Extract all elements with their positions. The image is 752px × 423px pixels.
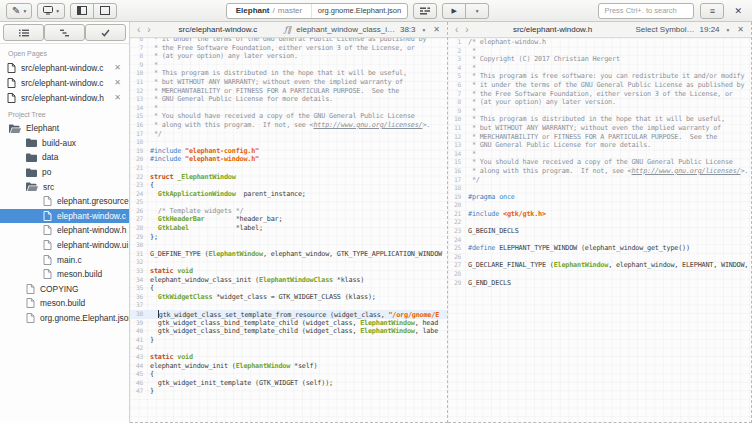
todo-check-icon — [101, 29, 110, 37]
code-line: 30 — [130, 241, 447, 250]
code-line: 6 * it under the terms of the GNU Genera… — [448, 81, 751, 90]
code-text: * along with this program. If not, see <… — [468, 167, 751, 176]
symbol-selector[interactable]: elephant_window_class_i… — [296, 25, 395, 34]
tree-item[interactable]: elephant-window.h — [0, 223, 129, 238]
toggle-bottom-panel-button[interactable] — [93, 3, 117, 19]
code-line: 2 * — [448, 47, 751, 56]
tree-item[interactable]: build-aux — [0, 136, 129, 151]
code-line: 11 * but WITHOUT ANY WARRANTY; without e… — [130, 78, 447, 87]
line-number: 37 — [130, 301, 150, 310]
code-text: G_DEFINE_TYPE (ElephantWindow, elephant_… — [150, 250, 447, 259]
nav-forward-icon[interactable]: › — [146, 25, 151, 35]
line-number: 40 — [130, 327, 150, 336]
line-number: 27 — [448, 261, 468, 270]
line-number: 45 — [130, 370, 150, 379]
line-number: 8 — [130, 52, 150, 61]
tree-item[interactable]: po — [0, 165, 129, 180]
close-editor-button[interactable]: ✕ — [736, 25, 745, 34]
build-preferences-button[interactable] — [413, 3, 437, 19]
open-pages-view-button[interactable] — [3, 24, 44, 41]
line-number: 16 — [130, 121, 150, 130]
nav-back-icon[interactable]: ‹ — [454, 25, 459, 35]
tree-item-label: elephant-window.c — [57, 211, 126, 221]
perspective-selector-button[interactable]: ✎ ▾ — [6, 3, 32, 19]
tree-item[interactable]: elephant-window.c — [0, 209, 129, 224]
editor-file-title[interactable]: src/elephant-window.c — [179, 25, 258, 34]
tree-item-label: elephant.gresource.xml — [57, 196, 130, 206]
sidebar-toolbar — [0, 22, 129, 44]
tree-item[interactable]: org.gnome.Elephant.json — [0, 311, 129, 326]
code-text: { — [150, 284, 447, 293]
tree-item-label: elephant-window.h — [57, 225, 126, 235]
tree-item[interactable]: main.c — [0, 252, 129, 267]
line-number: 41 — [130, 336, 150, 345]
close-page-button[interactable]: ✕ — [113, 78, 122, 87]
chevron-down-icon[interactable]: ▾ — [421, 27, 428, 33]
run-button[interactable]: ▶ — [442, 3, 466, 19]
tree-item[interactable]: elephant.gresource.xml — [0, 194, 129, 209]
tree-item[interactable]: COPYING — [0, 282, 129, 297]
line-number: 15 — [448, 158, 468, 167]
tree-item[interactable]: data — [0, 150, 129, 165]
run-options-button[interactable]: ▾ — [465, 3, 489, 19]
tree-item-label: build-aux — [42, 138, 76, 148]
code-line: 15 * You should have received a copy of … — [448, 158, 751, 167]
nav-forward-icon[interactable]: › — [464, 25, 469, 35]
omnibar[interactable]: Elephant / master org.gnome.Elephant.jso… — [226, 3, 408, 19]
code-line: 8 * (at your option) any later version. — [130, 52, 447, 61]
file-icon — [43, 211, 52, 221]
code-line: 5 * This program is free software: you c… — [448, 72, 751, 81]
search-input[interactable] — [598, 3, 694, 19]
tree-item[interactable]: src — [0, 179, 129, 194]
line-number: 4 — [448, 64, 468, 73]
todo-view-button[interactable] — [85, 24, 126, 41]
line-number: 21 — [130, 164, 150, 173]
open-page-item[interactable]: src/elephant-window.c✕ — [0, 60, 129, 75]
code-text: * MERCHANTABILITY or FITNESS FOR A PARTI… — [150, 87, 447, 96]
code-line: 45{ — [130, 370, 447, 379]
nav-back-icon[interactable]: ‹ — [136, 25, 141, 35]
project-tree-view-button[interactable] — [44, 24, 85, 41]
editor-header: ‹ › src/elephant-window.c ƒ‖ elephant_wi… — [130, 22, 447, 38]
code-line: 19#include "elephant-config.h" — [130, 147, 447, 156]
line-number: 43 — [130, 353, 150, 362]
line-number: 27 — [130, 215, 150, 224]
line-number: 12 — [448, 133, 468, 142]
chevron-down-icon[interactable]: ▾ — [725, 27, 732, 33]
device-selector-button[interactable]: ▾ — [37, 3, 65, 19]
line-number: 3 — [448, 55, 468, 64]
tree-item-label: po — [42, 167, 51, 177]
line-number: 29 — [448, 279, 468, 288]
code-text: static void — [150, 267, 447, 276]
tree-item[interactable]: elephant-window.ui — [0, 238, 129, 253]
tree-item[interactable]: Elephant — [0, 121, 129, 136]
window-close-button[interactable]: ✕ — [730, 6, 746, 16]
file-icon — [26, 284, 35, 294]
close-editor-button[interactable]: ✕ — [432, 25, 441, 34]
code-text: G_END_DECLS — [468, 279, 751, 288]
code-text: gtk_widget_class_set_template_from_resou… — [150, 310, 447, 319]
code-text: * — [468, 64, 751, 73]
code-text — [150, 301, 447, 310]
editor-file-title[interactable]: src/elephant-window.h — [513, 25, 592, 34]
code-line: 23{ — [130, 181, 447, 190]
open-page-item[interactable]: src/elephant-window.h✕ — [0, 90, 129, 105]
code-editor-area[interactable]: 1/* elephant-window.h2 *3 * Copyright (C… — [448, 38, 751, 422]
open-page-item[interactable]: src/elephant-window.c✕ — [0, 75, 129, 90]
tree-item[interactable]: meson.build — [0, 296, 129, 311]
line-number: 16 — [448, 167, 468, 176]
close-page-button[interactable]: ✕ — [113, 63, 122, 72]
code-editor-area[interactable]: 6 * it under the terms of the GNU Genera… — [130, 38, 447, 422]
code-line: 43static void — [130, 353, 447, 362]
symbol-selector[interactable]: Select Symbol… — [635, 25, 694, 34]
app-menu-button[interactable]: ≡ — [700, 3, 724, 19]
toggle-left-panel-button[interactable] — [70, 3, 94, 19]
tree-item[interactable]: meson.build — [0, 267, 129, 282]
cursor-position: 38:3 — [400, 25, 416, 34]
build-preferences-icon — [420, 7, 430, 15]
code-text: #define ELEPHANT_TYPE_WINDOW (elephant_w… — [468, 244, 751, 253]
close-page-button[interactable]: ✕ — [113, 93, 122, 102]
code-text: GtkHeaderBar *header_bar; — [150, 215, 447, 224]
tree-item-label: meson.build — [57, 269, 102, 279]
line-number: 34 — [130, 276, 150, 285]
